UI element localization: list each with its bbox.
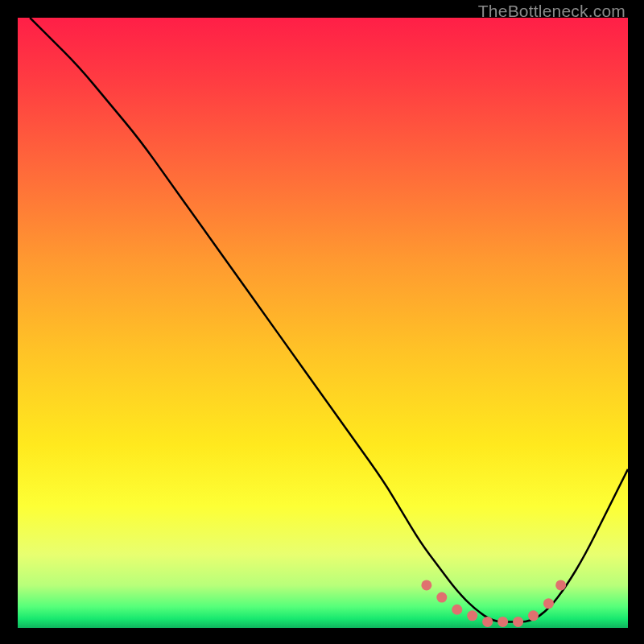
optimal-dot: [555, 580, 566, 590]
chart-frame: [18, 18, 628, 628]
optimal-dot: [452, 605, 462, 615]
optimal-dot: [497, 617, 508, 627]
optimal-dot: [528, 610, 539, 621]
optimal-dot: [543, 598, 554, 609]
optimal-dot: [436, 592, 447, 603]
chart-svg: [18, 18, 628, 628]
optimal-dot: [467, 610, 477, 621]
optimal-dot: [513, 617, 523, 627]
optimal-dot: [421, 580, 431, 590]
optimal-dot: [482, 617, 493, 627]
gradient-background: [18, 18, 628, 628]
